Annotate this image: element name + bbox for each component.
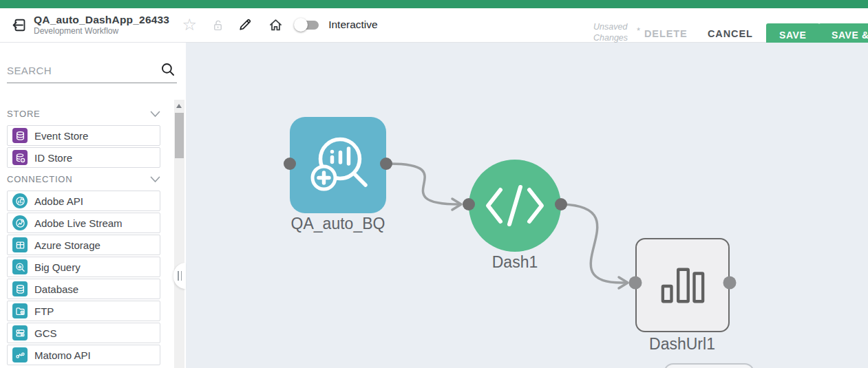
star-icon[interactable]: ☆ [180, 16, 198, 34]
sidebar-item-big-query[interactable]: Big Query [7, 257, 160, 277]
database-icon [12, 281, 28, 296]
server-stack-icon [12, 325, 28, 340]
adobe-api-icon [12, 193, 28, 208]
sidebar-item-label: Database [34, 283, 78, 295]
node-label-dash1: Dash1 [412, 253, 618, 272]
search-icon[interactable] [160, 62, 176, 80]
brand-strip [0, 0, 868, 8]
line-chart-icon [12, 347, 28, 362]
page-title: QA_auto_DashApp_26433 [34, 14, 169, 26]
sidebar-item-label: Adobe API [34, 195, 83, 207]
app-header: QA_auto_DashApp_26433 Development Workfl… [0, 8, 868, 43]
code-icon [483, 184, 547, 228]
back-icon [11, 17, 27, 33]
sidebar-item-id-store[interactable]: ID Store [7, 147, 160, 168]
component-palette-sidebar: STORE Event Store ID Store [0, 43, 186, 368]
sidebar-item-azure-storage[interactable]: Azure Storage [7, 235, 160, 255]
interactive-label: Interactive [328, 19, 378, 31]
back-button[interactable] [10, 16, 28, 34]
sidebar-item-database[interactable]: Database [7, 279, 160, 299]
bar-chart-icon [660, 267, 706, 304]
delete-button[interactable]: DELETE [644, 28, 688, 39]
edge-qa-auto-bq-to-dash1[interactable] [390, 164, 459, 204]
node-dash1[interactable] [469, 160, 561, 252]
toggle-knob [294, 18, 308, 32]
search-input[interactable] [7, 62, 177, 83]
sidebar-item-label: GCS [34, 327, 57, 339]
database-icon [12, 128, 28, 143]
lock-open-glyph [211, 19, 224, 32]
sidebar-item-ftp[interactable]: FTP [7, 301, 160, 321]
section-header-connection[interactable]: CONNECTION [7, 174, 160, 184]
partial-node-outline [664, 363, 754, 368]
interactive-toggle[interactable] [295, 17, 320, 32]
page-subtitle: Development Workflow [34, 27, 169, 36]
sidebar-item-label: Matomo API [34, 349, 91, 361]
section-label: CONNECTION [7, 174, 72, 184]
sidebar-item-label: ID Store [34, 152, 72, 164]
pencil-icon[interactable] [236, 16, 254, 34]
chevron-down-icon [150, 111, 160, 118]
sidebar-scrollbar[interactable] [174, 100, 184, 368]
node-dashurl1[interactable] [635, 238, 730, 332]
sidebar-item-matomo-api[interactable]: Matomo API [7, 345, 160, 365]
node-label-qa-auto-bq: QA_auto_BQ [235, 215, 441, 233]
section-header-store[interactable]: STORE [7, 109, 160, 119]
sidebar-item-label: Big Query [34, 261, 81, 273]
folder-icon [12, 303, 28, 318]
search-database-icon [12, 259, 28, 274]
store-items: Event Store ID Store [0, 125, 186, 168]
cancel-button[interactable]: CANCEL [708, 28, 753, 39]
node-label-dashurl1: DashUrl1 [579, 335, 785, 354]
table-grid-icon [12, 237, 28, 252]
sidebar-item-label: Adobe Live Stream [34, 217, 123, 229]
edge-arrowhead [452, 199, 461, 210]
connection-items: Adobe API Adobe Live Stream Azure Storag… [0, 191, 186, 365]
section-label: STORE [7, 109, 41, 119]
unsaved-asterisk: * [637, 25, 640, 36]
sidebar-item-label: FTP [34, 305, 54, 317]
edge-arrowhead [619, 277, 628, 288]
sidebar-item-label: Azure Storage [34, 239, 100, 251]
sidebar-item-event-store[interactable]: Event Store [7, 125, 160, 146]
lock-open-icon[interactable] [209, 16, 226, 34]
unsaved-changes-status: Unsaved Changes * [593, 22, 633, 43]
sidebar-item-gcs[interactable]: GCS [7, 323, 160, 343]
id-database-icon [12, 150, 28, 165]
sidebar-item-adobe-api[interactable]: Adobe API [7, 191, 160, 211]
scrollbar-thumb[interactable] [175, 113, 184, 158]
adobe-live-stream-icon [12, 215, 28, 230]
sidebar-item-label: Event Store [34, 130, 88, 142]
sidebar-item-adobe-live-stream[interactable]: Adobe Live Stream [7, 213, 160, 233]
workflow-canvas[interactable]: QA_auto_BQ Dash1 DashUrl1 [186, 43, 868, 368]
scrollbar-up-arrow[interactable] [176, 104, 182, 108]
node-qa-auto-bq[interactable] [290, 117, 386, 213]
chevron-down-icon [150, 176, 160, 183]
home-icon[interactable] [266, 16, 284, 34]
search-chart-plus-icon [304, 131, 372, 199]
